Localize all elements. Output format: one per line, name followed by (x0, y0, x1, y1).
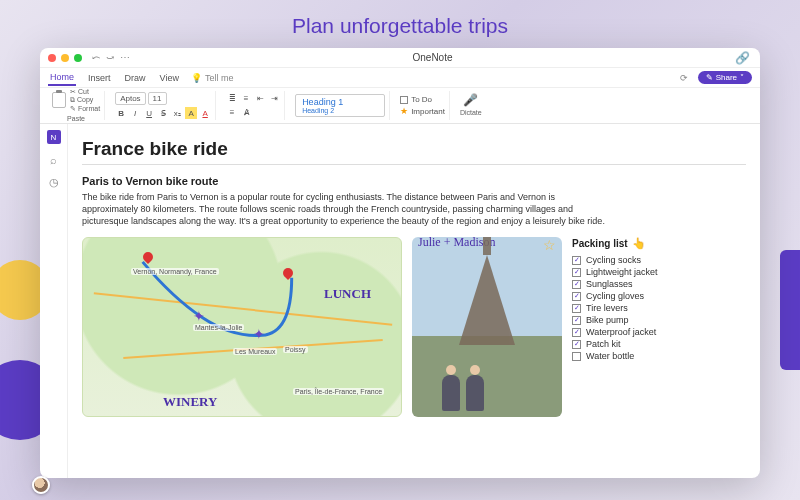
paste-label: Paste (52, 115, 100, 123)
body-text[interactable]: The bike ride from Paris to Vernon is a … (82, 191, 612, 227)
packing-item-label: Waterproof jacket (586, 327, 656, 337)
packing-item-label: Patch kit (586, 339, 621, 349)
tab-insert[interactable]: Insert (86, 71, 113, 85)
map-waypoint-star-icon: ✦ (193, 308, 205, 324)
ink-star-icon: ☆ (543, 237, 556, 253)
more-icon[interactable]: ⋯ (120, 52, 130, 63)
ribbon-tabs: Home Insert Draw View 💡Tell me ⟳ ✎ Share… (40, 68, 760, 88)
page-canvas[interactable]: France bike ride Paris to Vernon bike ro… (68, 124, 760, 478)
sync-icon[interactable]: ⟳ (680, 73, 688, 83)
tag-important[interactable]: ★Important (400, 106, 445, 116)
minimize-icon[interactable] (61, 54, 69, 62)
packing-item[interactable]: ✓Bike pump (572, 314, 742, 326)
bulb-icon: 💡 (191, 73, 202, 83)
photo-image[interactable]: Julie + Madison ☆ (412, 237, 562, 417)
paste-icon[interactable] (52, 92, 66, 108)
tags-group: To Do ★Important (396, 91, 450, 120)
cut-button[interactable]: ✂ Cut (70, 88, 100, 96)
redo-icon[interactable]: ⤻ (106, 52, 114, 63)
styles-group: Heading 1 Heading 2 (291, 91, 390, 120)
tab-draw[interactable]: Draw (123, 71, 148, 85)
checkbox-icon[interactable]: ✓ (572, 340, 581, 349)
checkbox-icon[interactable]: ✓ (572, 316, 581, 325)
mic-icon[interactable]: 🎤 (460, 93, 482, 107)
packing-item[interactable]: ✓Cycling gloves (572, 290, 742, 302)
divider (82, 164, 746, 165)
align-button[interactable]: ≡ (226, 107, 238, 119)
recent-icon[interactable]: ◷ (49, 176, 59, 189)
outdent-button[interactable]: ⇤ (254, 93, 266, 105)
strike-button[interactable]: S̶ (157, 107, 169, 119)
copy-button[interactable]: ⧉ Copy (70, 96, 100, 104)
ribbon: ✂ Cut ⧉ Copy ✎ Format Paste Aptos 11 B I… (40, 88, 760, 124)
numbering-button[interactable]: ≡ (240, 93, 252, 105)
app-window: ⤺ ⤻ ⋯ OneNote 🔗 Home Insert Draw View 💡T… (40, 48, 760, 478)
font-size-select[interactable]: 11 (148, 92, 167, 105)
checkbox-icon[interactable]: ✓ (572, 328, 581, 337)
packing-item[interactable]: ✓Tire levers (572, 302, 742, 314)
tab-view[interactable]: View (158, 71, 181, 85)
checkbox-icon[interactable]: ✓ (572, 268, 581, 277)
italic-button[interactable]: I (129, 107, 141, 119)
packing-item[interactable]: ✓Waterproof jacket (572, 326, 742, 338)
checkbox-icon[interactable]: ✓ (572, 304, 581, 313)
packing-item-label: Cycling gloves (586, 291, 644, 301)
section-heading[interactable]: Paris to Vernon bike route (82, 175, 746, 187)
maximize-icon[interactable] (74, 54, 82, 62)
paragraph-group: ≣ ≡ ⇤ ⇥ ≡ A̷ (222, 91, 285, 120)
packing-item[interactable]: ✓Cycling socks (572, 254, 742, 266)
bullets-button[interactable]: ≣ (226, 93, 238, 105)
map-label: Vernon, Normandy, France (131, 268, 219, 275)
packing-list[interactable]: Packing list 👆 ✓Cycling socks✓Lightweigh… (572, 237, 742, 417)
map-image[interactable]: ✦ ✦ Vernon, Normandy, France Mantes-la-J… (82, 237, 402, 417)
font-color-button[interactable]: A (199, 107, 211, 119)
checkbox-icon[interactable]: ✓ (572, 280, 581, 289)
packing-item-label: Sunglasses (586, 279, 633, 289)
packing-item[interactable]: ✓Sunglasses (572, 278, 742, 290)
subscript-button[interactable]: x₂ (171, 107, 183, 119)
user-avatar[interactable] (32, 476, 50, 494)
clipboard-group: ✂ Cut ⧉ Copy ✎ Format Paste (48, 91, 105, 120)
bold-button[interactable]: B (115, 107, 127, 119)
dictate-label[interactable]: Dictate (460, 109, 482, 117)
clear-format-button[interactable]: A̷ (240, 107, 252, 119)
indent-button[interactable]: ⇥ (268, 93, 280, 105)
notebook-icon[interactable]: N (47, 130, 61, 144)
window-title: OneNote (130, 52, 735, 63)
checkbox-icon[interactable] (572, 352, 581, 361)
packing-item-label: Water bottle (586, 351, 634, 361)
page-title[interactable]: France bike ride (82, 138, 746, 160)
tab-home[interactable]: Home (48, 70, 76, 86)
dictate-group: 🎤 Dictate (456, 91, 486, 120)
underline-button[interactable]: U (143, 107, 155, 119)
share-button[interactable]: ✎ Share ˅ (698, 71, 752, 84)
format-painter-button[interactable]: ✎ Format (70, 105, 100, 113)
packing-item-label: Cycling socks (586, 255, 641, 265)
map-label: Mantes-la-Jolie (193, 324, 244, 331)
titlebar: ⤺ ⤻ ⋯ OneNote 🔗 (40, 48, 760, 68)
search-icon[interactable]: ⌕ (50, 154, 57, 166)
left-rail: N ⌕ ◷ (40, 124, 68, 478)
link-icon[interactable]: 🔗 (735, 51, 752, 65)
map-waypoint-star-icon: ✦ (253, 326, 265, 342)
checkbox-icon[interactable]: ✓ (572, 256, 581, 265)
undo-icon[interactable]: ⤺ (92, 52, 100, 63)
styles-gallery[interactable]: Heading 1 Heading 2 (295, 94, 385, 117)
font-name-select[interactable]: Aptos (115, 92, 145, 105)
pointing-hand-icon: 👆 (632, 237, 646, 250)
packing-list-title: Packing list (572, 238, 628, 249)
map-label: Les Mureaux (233, 348, 277, 355)
checkbox-icon[interactable]: ✓ (572, 292, 581, 301)
highlight-button[interactable]: A (185, 107, 197, 119)
map-label: Paris, Île-de-France, France (293, 388, 384, 395)
ink-annotation[interactable]: LUNCH (324, 286, 371, 302)
close-icon[interactable] (48, 54, 56, 62)
tag-todo[interactable]: To Do (400, 95, 445, 104)
ink-annotation[interactable]: WINERY (163, 394, 217, 410)
tell-me-search[interactable]: 💡Tell me (191, 73, 234, 83)
packing-item[interactable]: ✓Patch kit (572, 338, 742, 350)
eiffel-tower-icon (459, 255, 515, 345)
hero-tagline: Plan unforgettable trips (0, 0, 800, 48)
packing-item[interactable]: Water bottle (572, 350, 742, 362)
packing-item[interactable]: ✓Lightweight jacket (572, 266, 742, 278)
